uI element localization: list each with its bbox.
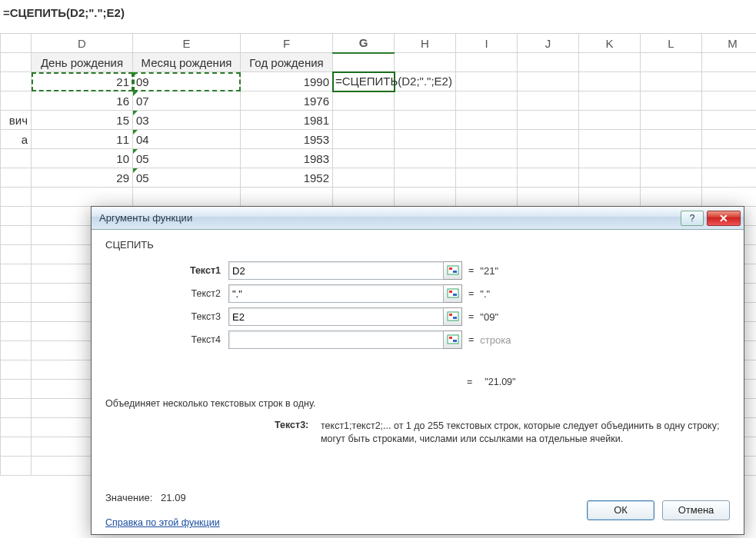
cell[interactable] [518,149,579,168]
cell[interactable]: 1952 [241,168,333,188]
cell[interactable] [1,418,32,437]
cell[interactable] [518,91,579,111]
cell[interactable] [395,149,456,168]
cell[interactable] [579,149,641,168]
cell[interactable] [456,168,518,188]
cell[interactable]: 1981 [241,111,333,130]
cell[interactable] [702,91,757,111]
cell[interactable] [1,284,32,303]
cell[interactable]: 10 [32,149,133,168]
cell[interactable] [641,149,702,168]
cell[interactable] [1,245,32,264]
active-cell-g2[interactable]: =СЦЕПИТЬ(D2;".";E2) [333,72,395,91]
cell[interactable] [641,188,702,207]
cancel-button[interactable]: Отмена [662,500,730,520]
argument-input-text1[interactable] [228,261,444,280]
cell[interactable] [641,111,702,130]
cell[interactable] [518,53,579,72]
cell[interactable] [395,168,456,188]
cell[interactable] [333,53,395,72]
cell[interactable] [702,111,757,130]
cell[interactable] [579,168,641,188]
cell[interactable] [1,437,32,457]
cell[interactable] [702,53,757,72]
cell[interactable] [1,322,32,341]
cell[interactable] [518,111,579,130]
cell[interactable] [456,91,518,111]
cell[interactable] [395,130,456,149]
header-cell[interactable]: Год рождения [241,53,333,72]
cell[interactable] [1,264,32,284]
cell[interactable] [579,111,641,130]
cell[interactable]: 1976 [241,91,333,111]
cell[interactable] [702,168,757,188]
cell[interactable]: 16 [32,91,133,111]
cell-e2[interactable]: 09 [133,72,241,91]
cell[interactable]: 1983 [241,149,333,168]
argument-input-text3[interactable] [228,307,444,326]
cell[interactable] [333,111,395,130]
cell[interactable] [456,130,518,149]
cell[interactable] [333,91,395,111]
cell[interactable]: а [1,130,32,149]
col-header-e[interactable]: E [133,34,241,53]
cell[interactable] [579,72,641,91]
ok-button[interactable]: ОК [587,500,654,520]
col-header-g[interactable]: G [333,34,395,53]
cell[interactable] [641,168,702,188]
cell[interactable] [579,130,641,149]
cell[interactable] [641,53,702,72]
cell[interactable]: 05 [133,149,241,168]
cell[interactable] [1,380,32,399]
cell[interactable] [1,457,32,476]
col-header-f[interactable]: F [241,34,333,53]
cell[interactable] [1,168,32,188]
help-button[interactable]: ? [681,211,704,226]
col-header-h[interactable]: H [395,34,456,53]
cell[interactable] [1,207,32,226]
col-header-k[interactable]: K [579,34,641,53]
cell[interactable] [579,188,641,207]
cell[interactable] [1,91,32,111]
range-selector-button[interactable] [444,307,462,326]
cell[interactable] [456,188,518,207]
cell[interactable] [456,111,518,130]
argument-input-text2[interactable] [228,284,444,303]
range-selector-button[interactable] [444,284,462,303]
cell[interactable] [1,188,32,207]
cell[interactable] [1,360,32,380]
cell[interactable]: 29 [32,168,133,188]
cell[interactable] [395,188,456,207]
dialog-titlebar[interactable]: Аргументы функции ? ✕ [92,207,744,230]
cell[interactable] [518,168,579,188]
col-header-m[interactable]: M [702,34,757,53]
cell[interactable] [333,188,395,207]
cell[interactable] [1,72,32,91]
cell[interactable] [641,91,702,111]
cell[interactable] [702,130,757,149]
col-header-i[interactable]: I [456,34,518,53]
header-cell[interactable]: Месяц рождения [133,53,241,72]
cell[interactable] [641,72,702,91]
cell[interactable] [702,188,757,207]
cell-f2[interactable]: 1990 [241,72,333,91]
col-header-d[interactable]: D [32,34,133,53]
function-help-link[interactable]: Справка по этой функции [105,517,220,528]
cell[interactable] [241,188,333,207]
cell[interactable] [395,111,456,130]
range-selector-button[interactable] [444,330,462,349]
cell[interactable] [579,91,641,111]
cell[interactable]: 05 [133,168,241,188]
cell[interactable] [133,188,241,207]
cell[interactable] [456,53,518,72]
header-cell[interactable]: День рождения [32,53,133,72]
cell[interactable]: 07 [133,91,241,111]
cell[interactable]: 03 [133,111,241,130]
cell[interactable] [1,341,32,360]
cell[interactable] [579,53,641,72]
argument-input-text4[interactable] [228,330,444,349]
cell[interactable] [702,149,757,168]
cell[interactable] [702,72,757,91]
cell[interactable]: 04 [133,130,241,149]
cell[interactable] [1,149,32,168]
